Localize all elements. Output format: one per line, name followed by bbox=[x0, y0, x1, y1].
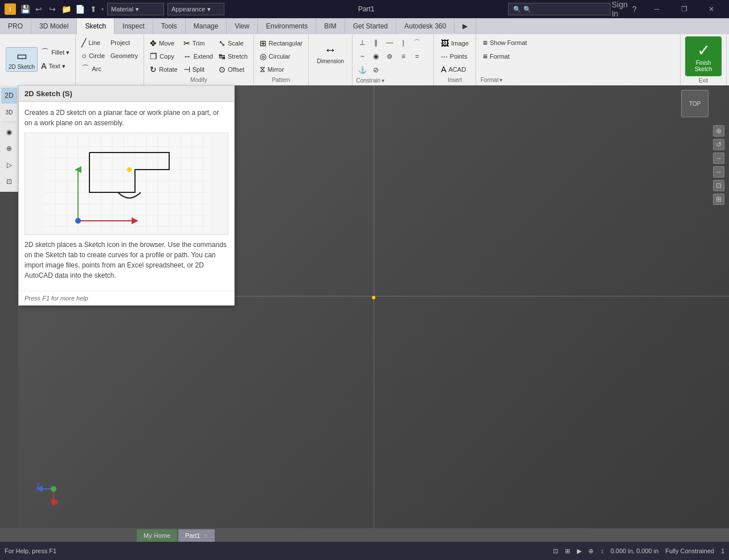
format-label[interactable]: Format ▾ bbox=[481, 76, 530, 83]
material-selector[interactable]: Material ▾ bbox=[107, 3, 164, 15]
trim-button[interactable]: ✂ Trim bbox=[181, 37, 215, 50]
appearance-label: Appearance bbox=[171, 6, 205, 13]
new-button[interactable]: 📄 bbox=[74, 3, 85, 15]
open-button[interactable]: 📁 bbox=[60, 3, 72, 15]
export-button[interactable]: ⬆ bbox=[88, 3, 99, 15]
split-button[interactable]: ⊣ Split bbox=[181, 63, 215, 76]
create-label bbox=[6, 82, 72, 83]
arc-button[interactable]: ⌒ Arc bbox=[79, 63, 107, 75]
zoom-button[interactable]: ⊡ bbox=[713, 180, 724, 191]
constrain-symmetric[interactable]: ⊘ bbox=[370, 64, 382, 76]
orbit-button[interactable]: ↺ bbox=[713, 139, 724, 150]
move-button[interactable]: ✥ Move bbox=[148, 37, 179, 50]
help-button[interactable]: ? bbox=[629, 3, 640, 15]
fullscreen-button[interactable]: ⊞ bbox=[713, 193, 724, 205]
minimize-button[interactable]: ─ bbox=[644, 0, 670, 18]
tab-manage[interactable]: Manage bbox=[186, 18, 227, 34]
constrain-smooth[interactable]: ~ bbox=[356, 50, 368, 63]
tab-bim[interactable]: BIM bbox=[316, 18, 345, 34]
sign-in-button[interactable]: Sign In bbox=[614, 3, 625, 15]
geometry-button[interactable]: Geometry bbox=[108, 50, 140, 62]
text-button[interactable]: A Text ▾ bbox=[39, 60, 72, 72]
tab-view[interactable]: View bbox=[227, 18, 258, 34]
rotate-button[interactable]: ↻ Rotate bbox=[148, 63, 179, 76]
tab-pro[interactable]: PRO bbox=[0, 18, 31, 34]
format-icon: ≡ bbox=[483, 52, 488, 61]
project-geometry-button[interactable]: Project bbox=[108, 36, 140, 49]
view-cube[interactable]: TOP bbox=[681, 90, 708, 117]
redo-button[interactable]: ↪ bbox=[47, 3, 58, 15]
acad-button[interactable]: A ACAD bbox=[439, 63, 471, 76]
constrain-parallel[interactable]: ∥ bbox=[370, 36, 382, 49]
dimension-button[interactable]: ↔ Dimension bbox=[313, 36, 347, 71]
mirror-icon: ⧖ bbox=[260, 64, 265, 74]
pattern-buttons: ⊞ Rectangular ◎ Circular ⧖ Mirror bbox=[257, 36, 305, 76]
home-tab[interactable]: My Home bbox=[137, 529, 177, 542]
sidebar-add-button[interactable]: ⊕ bbox=[1, 141, 17, 157]
sidebar-grid-button[interactable]: ⊡ bbox=[1, 174, 17, 190]
rotate-label: Rotate bbox=[159, 66, 177, 73]
offset-button[interactable]: ⊙ Offset bbox=[216, 63, 250, 76]
scale-button[interactable]: ⤡ Scale bbox=[216, 37, 250, 50]
zoom-fit-button[interactable]: ↔ bbox=[713, 166, 724, 178]
mirror-button[interactable]: ⧖ Mirror bbox=[257, 63, 305, 76]
constrain-vertical[interactable]: | bbox=[397, 36, 409, 49]
tab-getstarted[interactable]: Get Started bbox=[345, 18, 396, 34]
status-icon2: ⊞ bbox=[565, 547, 570, 555]
copy-button[interactable]: ❐ Copy bbox=[148, 50, 179, 63]
move-label: Move bbox=[159, 40, 174, 47]
finish-sketch-button[interactable]: ✓ FinishSketch bbox=[685, 36, 722, 76]
sidebar-model-button[interactable]: ◉ bbox=[1, 124, 17, 140]
sidebar-play-button[interactable]: ▷ bbox=[1, 157, 17, 173]
stretch-button[interactable]: ↹ Stretch bbox=[216, 50, 250, 63]
constrain-horizontal[interactable]: — bbox=[383, 36, 396, 49]
sketch-2d-button[interactable]: ▭ 2D Sketch bbox=[6, 47, 38, 72]
tab-autodesk360[interactable]: Autodesk 360 bbox=[396, 18, 454, 34]
fillet-label: Fillet ▾ bbox=[51, 49, 69, 56]
constrain-collinear[interactable]: ≡ bbox=[397, 50, 409, 63]
circle-button[interactable]: ○ Circle bbox=[79, 50, 107, 62]
show-format-button[interactable]: ≡ Show Format bbox=[481, 36, 530, 49]
sidebar-3d-button[interactable]: 3D bbox=[1, 104, 17, 120]
tooltip-header: 2D Sketch (S) bbox=[19, 86, 234, 102]
circular-button[interactable]: ◎ Circular bbox=[257, 50, 305, 63]
constrain-perpendicular[interactable]: ⊥ bbox=[356, 36, 368, 49]
image-button[interactable]: 🖼 Image bbox=[439, 37, 471, 50]
quick-access-dropdown[interactable]: ▾ bbox=[101, 7, 104, 12]
tab-sketch[interactable]: Sketch bbox=[77, 18, 114, 34]
scale-icon: ⤡ bbox=[219, 39, 226, 48]
constrain-equal[interactable]: = bbox=[411, 50, 423, 63]
constrain-fix[interactable]: ⚓ bbox=[356, 64, 368, 76]
points-button[interactable]: ·∙· Points bbox=[439, 50, 471, 63]
exit-label: Exit bbox=[685, 76, 722, 84]
part1-tab[interactable]: Part1 ✕ bbox=[178, 529, 215, 542]
tab-environments[interactable]: Environments bbox=[258, 18, 316, 34]
constrain-coincident[interactable]: ◉ bbox=[370, 50, 382, 63]
restore-button[interactable]: ❐ bbox=[671, 0, 697, 18]
format-button[interactable]: ≡ Format bbox=[481, 50, 530, 63]
tooltip-title: 2D Sketch (S) bbox=[24, 89, 72, 98]
rectangular-button[interactable]: ⊞ Rectangular bbox=[257, 37, 305, 50]
sidebar-2d-button[interactable]: 2D bbox=[1, 88, 17, 104]
save-button[interactable]: 💾 bbox=[19, 3, 31, 15]
fillet-button[interactable]: ⌒ Fillet ▾ bbox=[39, 46, 72, 59]
tab-tools[interactable]: Tools bbox=[153, 18, 186, 34]
constrain-label[interactable]: Constrain ▾ bbox=[356, 76, 430, 84]
split-label: Split bbox=[193, 66, 204, 73]
part1-tab-close[interactable]: ✕ bbox=[203, 533, 208, 539]
extend-button[interactable]: ↔ Extend bbox=[181, 50, 215, 63]
search-box[interactable]: 🔍 🔍 bbox=[508, 3, 611, 15]
pan-button[interactable]: ⊕ bbox=[713, 125, 724, 137]
tab-more[interactable]: ▶ bbox=[454, 18, 476, 34]
undo-button[interactable]: ↩ bbox=[33, 3, 44, 15]
search-placeholder: 🔍 bbox=[523, 6, 531, 13]
constrain-concentric[interactable]: ⊚ bbox=[383, 50, 396, 63]
close-button[interactable]: ✕ bbox=[698, 0, 724, 18]
line-button[interactable]: ╱ Line bbox=[79, 36, 107, 49]
tab-3dmodel[interactable]: 3D Model bbox=[31, 18, 77, 34]
look-button[interactable]: → bbox=[713, 153, 724, 164]
constrain-tangent[interactable]: ⌒ bbox=[411, 36, 423, 49]
tab-inspect[interactable]: Inspect bbox=[114, 18, 153, 34]
axis-indicator: Z X bbox=[36, 472, 71, 508]
appearance-selector[interactable]: Appearance ▾ bbox=[167, 3, 224, 15]
